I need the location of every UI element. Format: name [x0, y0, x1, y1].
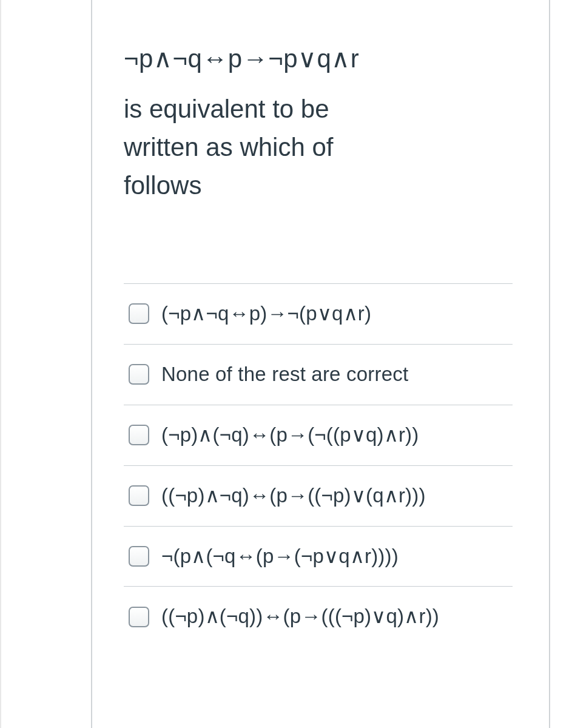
prompt-line: follows [124, 166, 513, 204]
option-label: (¬p∧¬q↔p)→¬(p∨q∧r) [161, 301, 371, 327]
page: ¬p∧¬q↔p→¬p∨q∧r is equivalent to be writt… [0, 0, 572, 728]
checkbox-icon[interactable] [129, 364, 149, 385]
option-row[interactable]: ¬(p∧(¬q↔(p→(¬p∨q∧r)))) [124, 527, 513, 587]
option-row[interactable]: (¬p∧¬q↔p)→¬(p∨q∧r) [124, 284, 513, 345]
checkbox-icon[interactable] [129, 425, 149, 445]
option-label: ((¬p)∧(¬q))↔(p→(((¬p)∨q)∧r)) [161, 604, 439, 630]
checkbox-icon[interactable] [129, 485, 149, 506]
question-card: ¬p∧¬q↔p→¬p∨q∧r is equivalent to be writt… [91, 0, 550, 728]
option-row[interactable]: ((¬p)∧¬q)↔(p→((¬p)∨(q∧r))) [124, 466, 513, 527]
checkbox-icon[interactable] [129, 303, 149, 324]
option-label: ((¬p)∧¬q)↔(p→((¬p)∨(q∧r))) [161, 483, 426, 509]
checkbox-icon[interactable] [129, 607, 149, 627]
option-row[interactable]: ((¬p)∧(¬q))↔(p→(((¬p)∨q)∧r)) [124, 587, 513, 647]
question-stem: ¬p∧¬q↔p→¬p∨q∧r is equivalent to be writt… [124, 39, 513, 204]
option-label: ¬(p∧(¬q↔(p→(¬p∨q∧r)))) [161, 544, 399, 570]
option-label: (¬p)∧(¬q)↔(p→(¬((p∨q)∧r)) [161, 422, 419, 448]
prompt-line: is equivalent to be [124, 90, 513, 128]
option-row[interactable]: None of the rest are correct [124, 345, 513, 405]
option-row[interactable]: (¬p)∧(¬q)↔(p→(¬((p∨q)∧r)) [124, 405, 513, 466]
prompt-line: written as which of [124, 128, 513, 166]
option-label: None of the rest are correct [161, 362, 408, 388]
checkbox-icon[interactable] [129, 546, 149, 567]
logic-expression: ¬p∧¬q↔p→¬p∨q∧r [124, 39, 513, 78]
options-list: (¬p∧¬q↔p)→¬(p∨q∧r) None of the rest are … [124, 283, 513, 647]
